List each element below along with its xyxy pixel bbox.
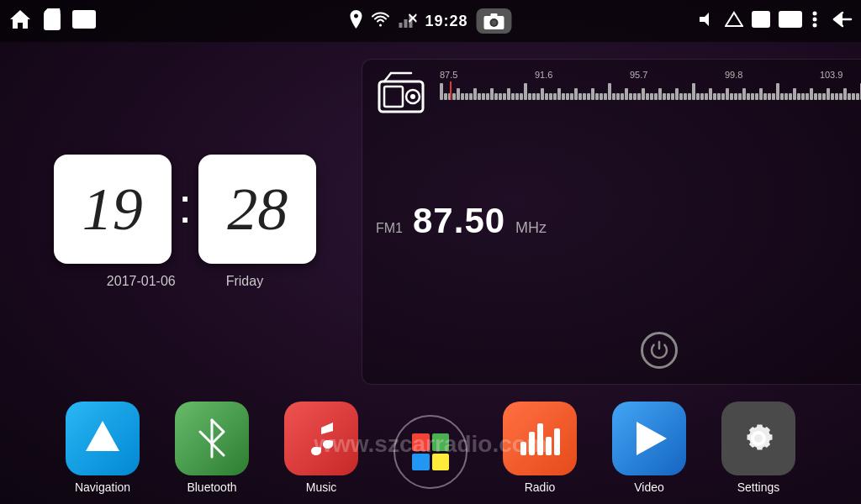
bluetooth-label: Bluetooth — [187, 480, 236, 494]
clock-widget: 19 : 28 2017-01-06 Friday — [25, 59, 345, 385]
status-left-icons — [8, 8, 96, 34]
clock-digits: 19 : 28 — [54, 155, 317, 264]
freq-scale: 87.5 91.6 95.7 99.8 103.9 108.0 — [440, 70, 861, 80]
minimize-icon[interactable] — [779, 11, 802, 31]
radio-frequency: 87.50 — [413, 201, 505, 241]
signal-icon — [398, 11, 416, 31]
svg-marker-13 — [700, 13, 709, 26]
navigation-icon — [66, 402, 140, 475]
app-settings[interactable]: Settings — [712, 402, 805, 494]
win-green — [432, 433, 450, 451]
radio-icon-area — [376, 70, 426, 115]
radio-power — [376, 327, 861, 374]
play-shape — [637, 422, 667, 455]
navigation-label: Navigation — [75, 480, 130, 494]
back-icon[interactable] — [827, 9, 853, 33]
radio-info: FM1 87.50 MHz — [376, 196, 861, 246]
app-radio[interactable]: Radio — [494, 402, 586, 494]
svg-point-20 — [813, 12, 817, 16]
gallery-icon[interactable] — [72, 10, 96, 32]
camera-active-icon[interactable] — [477, 8, 512, 34]
win-yellow — [432, 454, 450, 471]
music-icon — [284, 402, 358, 475]
video-icon — [612, 402, 686, 475]
status-time: 19:28 — [425, 13, 467, 30]
close-box-icon[interactable] — [752, 11, 770, 31]
freq-95: 95.7 — [630, 70, 647, 80]
location-icon — [349, 10, 362, 32]
clock-colon: : — [178, 176, 193, 234]
freq-91: 91.6 — [535, 70, 552, 80]
widgets-row: 19 : 28 2017-01-06 Friday — [0, 42, 861, 393]
radio-app-icon — [503, 402, 577, 475]
svg-rect-4 — [399, 23, 402, 28]
freq-103: 103.9 — [820, 70, 843, 80]
radio-app-label: Radio — [525, 480, 556, 494]
svg-rect-18 — [779, 12, 801, 27]
menu-dots-icon[interactable] — [811, 10, 819, 32]
sim-card-icon[interactable] — [44, 8, 61, 34]
svg-point-11 — [492, 20, 497, 25]
power-button[interactable] — [641, 332, 678, 369]
clock-minutes-block: 28 — [198, 155, 316, 264]
svg-marker-14 — [726, 13, 742, 26]
app-bluetooth[interactable]: Bluetooth — [166, 402, 258, 494]
app-navigation[interactable]: Navigation — [56, 402, 149, 494]
svg-point-22 — [813, 24, 817, 28]
freq-87: 87.5 — [440, 70, 457, 80]
bluetooth-icon — [175, 402, 249, 475]
app-windows[interactable] — [384, 415, 477, 494]
windows-circle-icon — [394, 415, 467, 489]
clock-day: Friday — [226, 274, 263, 289]
apps-row: Navigation Bluetooth Music — [0, 393, 861, 504]
app-music[interactable]: Music — [275, 402, 367, 494]
clock-date-row: 2017-01-06 Friday — [107, 274, 263, 289]
main-content: 19 : 28 2017-01-06 Friday — [0, 42, 861, 504]
radio-top: 87.5 91.6 95.7 99.8 103.9 108.0 — [376, 70, 861, 115]
status-right-icons — [698, 9, 853, 33]
eq-icon-shape — [520, 422, 560, 455]
radio-tuner: 87.5 91.6 95.7 99.8 103.9 108.0 — [440, 70, 861, 100]
home-icon[interactable] — [8, 8, 32, 34]
windows-logo — [412, 433, 449, 470]
clock-minutes: 28 — [227, 175, 288, 244]
status-bar: 19:28 — [0, 0, 861, 42]
svg-point-21 — [813, 18, 817, 22]
radio-band: FM1 — [376, 221, 403, 236]
win-blue — [412, 454, 430, 471]
app-video[interactable]: Video — [603, 402, 695, 494]
eject-icon[interactable] — [725, 10, 743, 32]
win-red — [412, 433, 430, 451]
wifi-icon — [371, 12, 389, 30]
video-label: Video — [634, 480, 664, 494]
svg-rect-5 — [404, 19, 407, 28]
volume-icon[interactable] — [698, 11, 716, 31]
tuner-marker — [450, 81, 452, 100]
settings-icon — [721, 402, 795, 475]
clock-hours-block: 19 — [54, 155, 172, 264]
settings-label: Settings — [737, 480, 780, 494]
svg-point-27 — [410, 94, 415, 99]
nav-arrow-shape — [86, 421, 119, 451]
radio-unit: MHz — [515, 219, 547, 237]
svg-rect-1 — [48, 17, 56, 24]
freq-99: 99.8 — [725, 70, 742, 80]
radio-widget[interactable]: 87.5 91.6 95.7 99.8 103.9 108.0 — [362, 59, 861, 385]
clock-date: 2017-01-06 — [107, 274, 176, 289]
status-center: 19:28 — [349, 8, 511, 34]
tuner-bars — [440, 81, 861, 100]
svg-rect-25 — [384, 87, 403, 107]
clock-hours: 19 — [82, 175, 143, 244]
svg-rect-12 — [491, 13, 498, 17]
music-label: Music — [306, 480, 337, 494]
